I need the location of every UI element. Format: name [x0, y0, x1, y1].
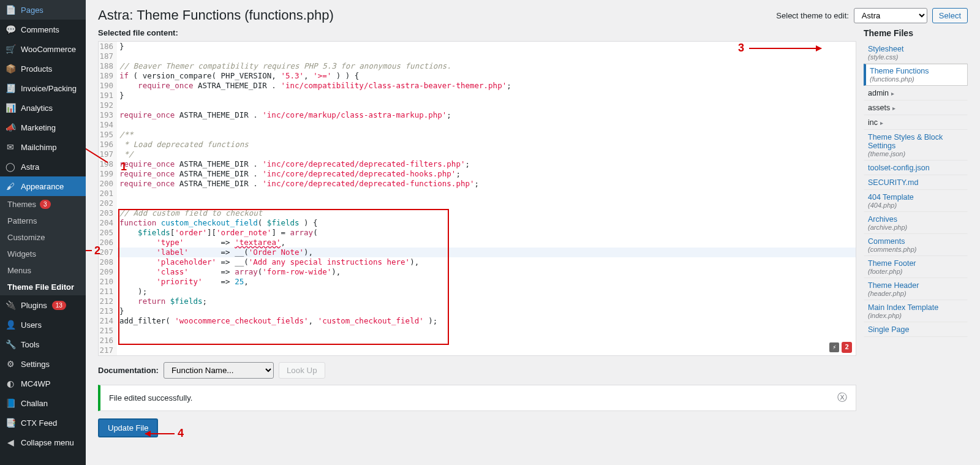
sidebar-item-woocommerce[interactable]: 🛒WooCommerce	[0, 39, 86, 59]
sidebar-item-ctxfeed[interactable]: 📑CTX Feed	[0, 413, 86, 433]
sidebar-item-appearance[interactable]: 🖌Appearance	[0, 176, 86, 196]
code-content[interactable]: );	[117, 287, 856, 297]
submenu-item-theme-file-editor[interactable]: Theme File Editor	[0, 279, 86, 295]
code-content[interactable]: require_once ASTRA_THEME_DIR . 'inc/core…	[117, 169, 856, 179]
sidebar-item-marketing[interactable]: 📣Marketing	[0, 118, 86, 137]
theme-file-archives[interactable]: Archives(archive.php)	[864, 212, 968, 234]
code-editor[interactable]: 186}187188// Beaver Themer compatibility…	[98, 41, 856, 356]
code-content[interactable]: require_once ASTRA_THEME_DIR . 'inc/core…	[117, 179, 856, 189]
code-line[interactable]: 213}	[99, 306, 856, 316]
theme-file-singlepage[interactable]: Single Page	[864, 322, 968, 337]
doc-function-select[interactable]: Function Name...	[164, 362, 274, 379]
code-line[interactable]: 199require_once ASTRA_THEME_DIR . 'inc/c…	[99, 169, 856, 179]
code-content[interactable]	[117, 100, 856, 110]
code-content[interactable]: /**	[117, 130, 856, 140]
code-content[interactable]: 'type' => 'textarea',	[117, 238, 856, 248]
code-line[interactable]: 211 );	[99, 287, 856, 297]
sidebar-item-products[interactable]: 📦Products	[0, 59, 86, 78]
theme-file-functions[interactable]: Theme Functions(functions.php)	[864, 64, 968, 86]
theme-file-assets[interactable]: assets	[864, 100, 968, 115]
code-line[interactable]: 192	[99, 100, 856, 110]
code-content[interactable]: }	[117, 306, 856, 316]
theme-select[interactable]: Astra	[854, 8, 927, 23]
sidebar-item-analytics[interactable]: 📊Analytics	[0, 98, 86, 118]
update-file-button[interactable]: Update File	[98, 418, 158, 437]
lookup-button[interactable]: Look Up	[279, 362, 325, 379]
submenu-item-menus[interactable]: Menus	[0, 262, 86, 279]
code-line[interactable]: 214add_filter( 'woocommerce_checkout_fie…	[99, 316, 856, 326]
sidebar-item-invoice[interactable]: 🧾Invoice/Packing	[0, 78, 86, 98]
code-line[interactable]: 209 'class' => array('form-row-wide'),	[99, 267, 856, 277]
code-content[interactable]: $fields['order']['order_note'] = array(	[117, 228, 856, 238]
code-line[interactable]: 217	[99, 346, 856, 355]
code-line[interactable]: 188// Beaver Themer compatibility requir…	[99, 61, 856, 71]
code-line[interactable]: 186}	[99, 42, 856, 51]
code-line[interactable]: 194	[99, 120, 856, 130]
code-line[interactable]: 216	[99, 336, 856, 346]
code-content[interactable]: if ( version_compare( PHP_VERSION, '5.3'…	[117, 71, 856, 81]
code-line[interactable]: 207 'label' => __('Order Note'),	[99, 248, 856, 257]
theme-file-404[interactable]: 404 Template(404.php)	[864, 190, 968, 212]
submenu-item-widgets[interactable]: Widgets	[0, 246, 86, 262]
code-line[interactable]: 201	[99, 189, 856, 198]
code-content[interactable]: * Load deprecated functions	[117, 140, 856, 149]
code-content[interactable]: require_once ASTRA_THEME_DIR . 'inc/core…	[117, 159, 856, 169]
code-line[interactable]: 198require_once ASTRA_THEME_DIR . 'inc/c…	[99, 159, 856, 169]
sidebar-item-comments[interactable]: 💬Comments	[0, 20, 86, 39]
theme-file-stylesheet[interactable]: Stylesheet(style.css)	[864, 42, 968, 64]
code-content[interactable]: 'class' => array('form-row-wide'),	[117, 267, 856, 277]
code-content[interactable]	[117, 189, 856, 198]
code-content[interactable]: function custom_checkout_field( $fields …	[117, 218, 856, 228]
code-content[interactable]: 'priority' => 25,	[117, 277, 856, 287]
theme-file-toolset[interactable]: toolset-config.json	[864, 161, 968, 175]
theme-file-admin[interactable]: admin	[864, 86, 968, 100]
submenu-item-themes[interactable]: Themes3	[0, 196, 86, 213]
code-content[interactable]: */	[117, 149, 856, 159]
code-line[interactable]: 196 * Load deprecated functions	[99, 140, 856, 149]
code-line[interactable]: 187	[99, 51, 856, 61]
sidebar-item-mc4wp[interactable]: ◐MC4WP	[0, 374, 86, 393]
code-content[interactable]	[117, 346, 856, 355]
submenu-item-customize[interactable]: Customize	[0, 229, 86, 246]
code-content[interactable]: 'placeholder' => __('Add any special ins…	[117, 257, 856, 267]
code-line[interactable]: 212 return $fields;	[99, 297, 856, 306]
sidebar-item-astra[interactable]: ◯Astra	[0, 157, 86, 176]
code-content[interactable]: add_filter( 'woocommerce_checkout_fields…	[117, 316, 856, 326]
sidebar-item-challan[interactable]: 📘Challan	[0, 393, 86, 413]
theme-file-index[interactable]: Main Index Template(index.php)	[864, 300, 968, 322]
theme-file-footer[interactable]: Theme Footer(footer.php)	[864, 256, 968, 278]
submenu-item-patterns[interactable]: Patterns	[0, 213, 86, 229]
dismiss-notice-icon[interactable]: ⓧ	[837, 391, 847, 404]
code-line[interactable]: 204function custom_checkout_field( $fiel…	[99, 218, 856, 228]
sidebar-item-collapse[interactable]: ◀Collapse menu	[0, 433, 86, 452]
code-line[interactable]: 191}	[99, 91, 856, 100]
code-line[interactable]: 195/**	[99, 130, 856, 140]
code-line[interactable]: 208 'placeholder' => __('Add any special…	[99, 257, 856, 267]
code-content[interactable]: return $fields;	[117, 297, 856, 306]
code-line[interactable]: 203// Add custom field to checkout	[99, 208, 856, 218]
sidebar-item-plugins[interactable]: 🔌Plugins13	[0, 295, 86, 315]
sidebar-item-users[interactable]: 👤Users	[0, 315, 86, 335]
sidebar-item-tools[interactable]: 🔧Tools	[0, 335, 86, 354]
code-line[interactable]: 210 'priority' => 25,	[99, 277, 856, 287]
code-content[interactable]: // Add custom field to checkout	[117, 208, 856, 218]
sidebar-item-pages[interactable]: 📄Pages	[0, 0, 86, 20]
code-line[interactable]: 197 */	[99, 149, 856, 159]
theme-file-comments[interactable]: Comments(comments.php)	[864, 234, 968, 256]
theme-file-header[interactable]: Theme Header(header.php)	[864, 278, 968, 300]
code-content[interactable]: }	[117, 91, 856, 100]
code-line[interactable]: 193require_once ASTRA_THEME_DIR . 'inc/c…	[99, 110, 856, 120]
code-content[interactable]: 'label' => __('Order Note'),	[117, 248, 856, 257]
lint-hints[interactable]: ⚡ 2	[829, 342, 852, 353]
code-line[interactable]: 202	[99, 198, 856, 208]
code-content[interactable]	[117, 326, 856, 336]
sidebar-item-mailchimp[interactable]: ✉Mailchimp	[0, 137, 86, 157]
select-button[interactable]: Select	[932, 8, 968, 23]
code-content[interactable]: require_once ASTRA_THEME_DIR . 'inc/comp…	[117, 81, 856, 91]
code-content[interactable]	[117, 198, 856, 208]
code-line[interactable]: 205 $fields['order']['order_note'] = arr…	[99, 228, 856, 238]
code-line[interactable]: 189if ( version_compare( PHP_VERSION, '5…	[99, 71, 856, 81]
code-content[interactable]: // Beaver Themer compatibility requires …	[117, 61, 856, 71]
theme-file-security[interactable]: SECURITY.md	[864, 175, 968, 190]
code-content[interactable]	[117, 51, 856, 61]
